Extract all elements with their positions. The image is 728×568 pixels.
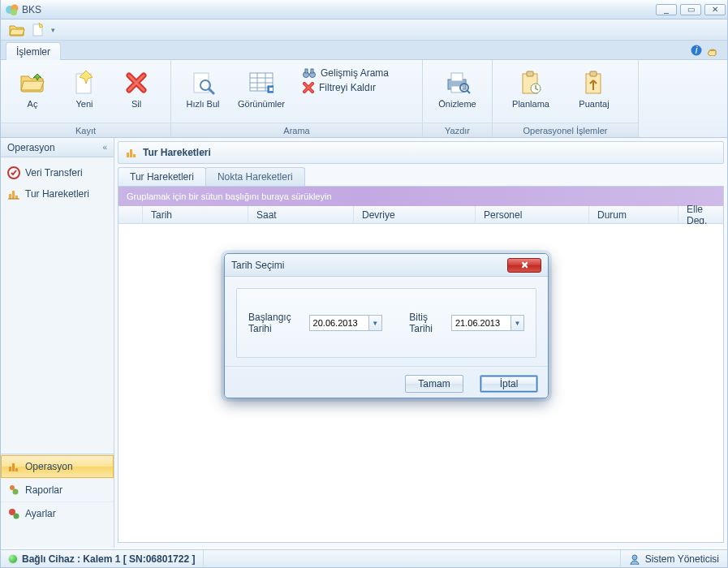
ok-button[interactable]: Tamam — [405, 375, 463, 393]
cancel-button[interactable]: İptal — [480, 375, 538, 393]
end-date-picker[interactable]: ▼ — [451, 315, 524, 331]
start-date-label: Başlangıç Tarihi — [248, 312, 301, 334]
start-date-input[interactable] — [310, 318, 368, 328]
dialog-title: Tarih Seçimi — [231, 260, 284, 271]
dialog-close-button[interactable]: ✕ — [507, 258, 541, 273]
start-date-picker[interactable]: ▼ — [309, 315, 382, 331]
dialog-button-row: Tamam İptal — [225, 366, 548, 398]
app-window: BKS ⎯ ▭ ✕ ▾ İşlemler i — [0, 0, 728, 568]
chevron-down-icon[interactable]: ▼ — [368, 316, 381, 330]
date-dialog: Tarih Seçimi ✕ Başlangıç Tarihi ▼ Bitiş … — [224, 253, 549, 398]
chevron-down-icon[interactable]: ▼ — [510, 316, 523, 330]
dialog-title-bar[interactable]: Tarih Seçimi ✕ — [225, 254, 548, 277]
end-date-input[interactable] — [452, 318, 510, 328]
modal-layer: Tarih Seçimi ✕ Başlangıç Tarihi ▼ Bitiş … — [1, 0, 727, 567]
end-date-label: Bitiş Tarihi — [409, 312, 443, 334]
